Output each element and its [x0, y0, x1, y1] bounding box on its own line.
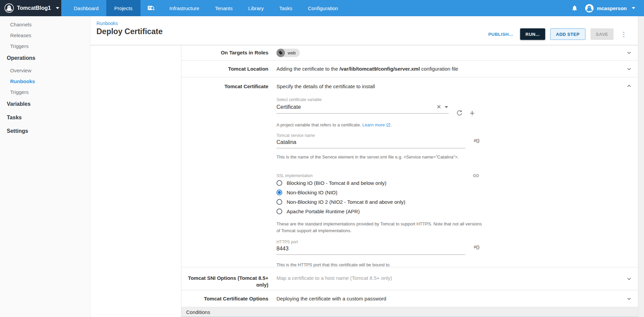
role-chip-web: web — [276, 49, 300, 57]
form-row-tomcat-location[interactable]: Tomcat Location Adding the certificate t… — [181, 60, 638, 77]
chevron-down-icon[interactable] — [626, 276, 632, 282]
form-row-tomcat-sni-options[interactable]: Tomcat SNI Options (Tomcat 8.5+ only) Ma… — [181, 267, 638, 290]
chevron-down-icon[interactable] — [626, 66, 632, 72]
sidebar-item-variables[interactable]: Variables — [0, 97, 90, 111]
user-avatar — [585, 4, 594, 13]
certificate-variable-select[interactable]: Certificate ✕ — [276, 102, 449, 114]
config-file-path: /var/lib/tomcat9/config/server.xml — [339, 66, 420, 72]
sidebar-item-tasks[interactable]: Tasks — [0, 111, 90, 124]
row-label: Tomcat SNI Options (Tomcat 8.5+ only) — [181, 267, 268, 290]
radio-non-blocking-io[interactable]: Non-Blocking IO (NIO) — [276, 188, 638, 197]
clear-icon[interactable]: ✕ — [437, 103, 441, 111]
https-port-input[interactable]: 8443 — [276, 244, 465, 255]
sidebar-item-operations[interactable]: Operations — [0, 51, 90, 65]
chevron-down-icon[interactable] — [626, 296, 632, 301]
breadcrumb-runbooks[interactable]: Runbooks — [96, 21, 118, 26]
refresh-icon[interactable] — [456, 109, 463, 116]
dropdown-caret-icon[interactable] — [445, 106, 448, 108]
sidebar-item-channels[interactable]: Channels — [0, 19, 90, 30]
radio-non-blocking-io-2[interactable]: Non-Blocking IO 2 (NIO2 - Tomcat 8 and a… — [276, 197, 638, 206]
user-name: mcasperson — [597, 5, 627, 11]
nav-tab-library[interactable]: Library — [241, 0, 272, 16]
add-variable-plus-icon[interactable]: + — [470, 109, 475, 116]
radio-icon — [276, 199, 282, 205]
user-menu[interactable]: mcasperson — [585, 4, 635, 13]
nav-tab-dashboard[interactable]: Dashboard — [66, 0, 106, 16]
row-label: Tomcat Location — [181, 66, 268, 72]
field-help: These are the standard implementations p… — [276, 221, 483, 234]
field-help: This is the name of the Service element … — [276, 154, 486, 161]
radio-icon — [276, 180, 282, 186]
sidebar-nav: Channels Releases Triggers Operations Ov… — [0, 16, 90, 317]
sidebar-item-releases[interactable]: Releases — [0, 30, 90, 41]
sidebar-item-runbooks[interactable]: Runbooks — [0, 76, 90, 87]
page-gutter — [638, 16, 644, 317]
nav-tabs: Dashboard Projects Infrastructure Tenant… — [66, 0, 346, 16]
search-projects-icon[interactable] — [140, 0, 162, 16]
overflow-menu-icon[interactable]: ⋮ — [619, 30, 629, 38]
row-summary: Adding the certificate to the /var/lib/t… — [268, 66, 638, 72]
form-row-on-targets-in-roles[interactable]: On Targets in Roles web — [181, 45, 638, 60]
step-form: On Targets in Roles web — [181, 45, 638, 317]
sidebar-item-overview[interactable]: Overview — [0, 65, 90, 76]
header-actions: PUBLISH... RUN... ADD STEP SAVE ⋮ — [486, 28, 629, 40]
row-label: On Targets in Roles — [181, 49, 268, 56]
role-chip-label: web — [288, 50, 296, 55]
chevron-up-icon[interactable] — [626, 83, 632, 89]
section-summary: Specify the details of the certificate t… — [276, 83, 638, 90]
page-header: Runbooks Deploy Certificate PUBLISH... R… — [90, 16, 644, 45]
ssl-implementation-group: SSL implementation Blocking IO (BIO - To… — [276, 173, 638, 234]
row-label: Tomcat Certificate Options — [181, 295, 268, 302]
field-label: HTTPS port — [276, 240, 465, 244]
user-caret-icon — [632, 7, 635, 9]
form-row-tomcat-certificate-options[interactable]: Tomcat Certificate Options Deploying the… — [181, 290, 638, 307]
field-label: SSL implementation — [276, 173, 465, 178]
brand-project-name: TomcatBlog1 — [17, 5, 51, 11]
nav-tab-tenants[interactable]: Tenants — [207, 0, 241, 16]
row-summary: web — [268, 49, 638, 57]
insert-variable-icon[interactable]: #{} — [474, 244, 480, 249]
project-switcher[interactable]: TomcatBlog1 — [0, 0, 61, 16]
certificate-variable-group: Select certificate variable Certificate … — [276, 97, 638, 128]
certificate-section: Specify the details of the certificate t… — [268, 77, 638, 267]
learn-more-link[interactable]: Learn more — [362, 122, 385, 127]
certificate-variable-value: Certificate — [276, 104, 437, 110]
radio-blocking-io[interactable]: Blocking IO (BIO - Tomcat 8 and below on… — [276, 178, 638, 188]
service-name-group: Tomcat service name Catalina #{} — [276, 133, 465, 148]
conditions-title: Conditions — [186, 309, 210, 315]
bound-link-icon[interactable] — [472, 172, 480, 179]
service-name-input[interactable]: Catalina — [276, 138, 465, 148]
octopus-logo-icon — [4, 3, 14, 13]
top-navbar: TomcatBlog1 Dashboard Projects Infrastru… — [0, 0, 644, 16]
nav-tab-infrastructure[interactable]: Infrastructure — [162, 0, 207, 16]
nav-tab-projects[interactable]: Projects — [106, 0, 140, 16]
tag-icon — [276, 49, 285, 57]
radio-icon — [276, 209, 282, 214]
sidebar-item-settings[interactable]: Settings — [0, 124, 90, 138]
notifications-bell-icon[interactable] — [571, 5, 578, 11]
row-summary: Map a certificate to a host name (Tomcat… — [268, 267, 638, 290]
add-step-button[interactable]: ADD STEP — [550, 28, 585, 40]
radio-apache-portable-runtime[interactable]: Apache Portable Runtime (APR) — [276, 206, 638, 216]
navbar-right: mcasperson — [571, 0, 644, 16]
sidebar-item-operations-triggers[interactable]: Triggers — [0, 87, 90, 97]
chevron-down-icon[interactable] — [626, 50, 632, 55]
page-title: Deploy Certificate — [96, 27, 163, 36]
nav-tab-configuration[interactable]: Configuration — [300, 0, 346, 16]
row-label: Tomcat Certificate — [181, 77, 268, 267]
radio-selected-icon — [276, 190, 282, 195]
field-help: A project variable that refers to a cert… — [276, 122, 486, 128]
external-link-icon — [386, 123, 391, 127]
publish-button[interactable]: PUBLISH... — [486, 28, 515, 40]
sidebar-item-triggers[interactable]: Triggers — [0, 41, 90, 51]
run-button[interactable]: RUN... — [520, 28, 545, 40]
process-editor: On Targets in Roles web — [90, 45, 644, 317]
conditions-section-header: Conditions — [181, 307, 638, 317]
main-content: Runbooks Deploy Certificate PUBLISH... R… — [90, 16, 644, 317]
https-port-group: HTTPS port 8443 #{} — [276, 240, 465, 255]
nav-tab-tasks[interactable]: Tasks — [271, 0, 300, 16]
form-row-tomcat-certificate: Tomcat Certificate Specify the details o… — [181, 77, 638, 267]
insert-variable-icon[interactable]: #{} — [474, 138, 480, 143]
field-label: Select certificate variable — [276, 97, 638, 102]
save-button[interactable]: SAVE — [591, 28, 614, 40]
